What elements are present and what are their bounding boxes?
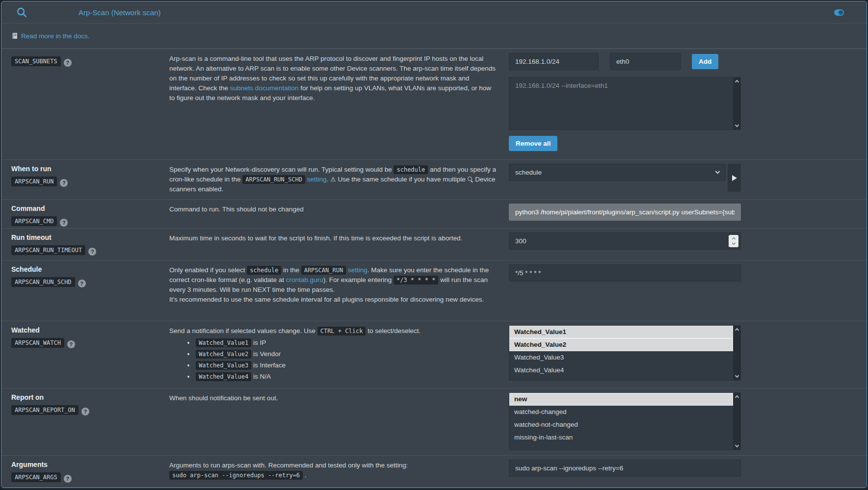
setting-title: Arguments [11, 461, 169, 468]
inline-code: schedule [247, 266, 281, 275]
help-icon[interactable]: ? [60, 179, 68, 187]
schedule-input[interactable] [509, 264, 741, 282]
read-docs-link[interactable]: Read more in the docs. [21, 32, 90, 40]
scroll-down-icon[interactable] [735, 374, 738, 378]
setting-row-report-on: Report on ARPSCAN_REPORT_ON? When should… [1, 388, 867, 455]
inline-link[interactable]: setting [348, 266, 368, 274]
setting-row-watched: Watched ARPSCAN_WATCH? Send a notificati… [1, 321, 867, 388]
run-now-button[interactable] [728, 164, 741, 192]
setting-title: Report on [11, 393, 169, 401]
add-button[interactable]: Add [692, 54, 718, 69]
setting-control: newwatched-changedwatched-not-changedmis… [509, 388, 741, 455]
watched-multiselect: Watched_Value1Watched_Value2Watched_Valu… [509, 325, 741, 381]
setting-label: When to run ARPSCAN_RUN? [11, 160, 169, 187]
scroll-up-icon[interactable] [735, 328, 738, 332]
scroll-down-icon[interactable] [735, 123, 738, 127]
scroll-down-icon[interactable] [735, 443, 738, 447]
setting-row-arguments: Arguments ARPSCAN_ARGS? Arguments to run… [1, 455, 867, 487]
setting-row-command: Command ARPSCAN_CMD? Command to run. Thi… [1, 199, 867, 228]
help-icon[interactable]: ? [67, 340, 75, 348]
inline-code: sudo arp-scan --ignoredups --retry=6 [169, 471, 303, 480]
run-select-value: schedule [515, 169, 542, 176]
run-select[interactable]: schedule [509, 164, 726, 181]
help-icon[interactable]: ? [78, 280, 86, 287]
subnet-input[interactable] [509, 53, 599, 70]
scrollbar[interactable] [733, 393, 740, 450]
command-input [509, 204, 741, 221]
spinner-up-icon[interactable] [732, 237, 735, 241]
setting-key-badge: ARPSCAN_RUN_TIMEOUT [11, 245, 85, 255]
inline-code: Watched_Value2 [196, 350, 251, 359]
help-icon[interactable]: ? [64, 475, 72, 483]
setting-key-badge: ARPSCAN_RUN [11, 177, 57, 186]
setting-title: Watched [11, 326, 169, 334]
panel-footer [1, 487, 867, 488]
setting-label: Watched ARPSCAN_WATCH? [11, 321, 169, 348]
watched-value-bullet: Watched_Value1 is IP [195, 338, 497, 348]
magnifier-inline-icon [468, 177, 473, 182]
setting-row-scan-subnets: SCAN_SUBNETS? Arp-scan is a command-line… [1, 49, 867, 159]
option-Watched_Value2[interactable]: Watched_Value2 [509, 338, 733, 351]
interface-input[interactable] [610, 53, 681, 70]
setting-control: Add 192.168.1.0/24 --interface=eth1 Remo… [509, 49, 741, 156]
remove-all-button[interactable]: Remove all [509, 136, 557, 151]
setting-description: Send a notification if selected values c… [169, 321, 509, 388]
setting-description: Maximum time in seconds to wait for the … [169, 229, 509, 248]
setting-description: Arp-scan is a command-line tool that use… [169, 49, 509, 108]
option-Watched_Value4[interactable]: Watched_Value4 [509, 364, 733, 377]
scrollbar[interactable] [733, 77, 740, 129]
setting-key-badge: ARPSCAN_ARGS [11, 472, 61, 482]
scroll-up-icon[interactable] [735, 395, 738, 399]
inline-link[interactable]: setting [307, 176, 327, 183]
setting-control: Watched_Value1Watched_Value2Watched_Valu… [509, 321, 741, 386]
setting-key-badge: ARPSCAN_RUN_SCHD [11, 277, 75, 287]
timeout-input-wrap [509, 232, 741, 250]
setting-key-badge: ARPSCAN_WATCH [11, 338, 64, 348]
setting-label: SCAN_SUBNETS? [11, 49, 169, 67]
scroll-up-icon[interactable] [735, 80, 738, 84]
setting-description: When should notification be sent out. [169, 388, 509, 408]
setting-label: Arguments ARPSCAN_ARGS? [11, 456, 169, 483]
spinner-down-icon[interactable] [732, 241, 735, 245]
warning-icon: ⚠ [330, 176, 336, 183]
option-Watched_Value1[interactable]: Watched_Value1 [509, 326, 733, 338]
setting-control [509, 456, 741, 482]
subnet-list-item[interactable]: 192.168.1.0/24 --interface=eth1 [509, 77, 733, 94]
setting-description: Arguments to run arps-scan with. Recomme… [169, 456, 509, 485]
setting-row-run-timeout: Run timeout ARPSCAN_RUN_TIMEOUT? Maximum… [1, 228, 867, 260]
panel-collapse-toggle[interactable] [834, 9, 844, 16]
help-icon[interactable]: ? [88, 248, 96, 256]
setting-description: Command to run. This should not be chang… [169, 200, 509, 219]
number-spinner[interactable] [729, 235, 738, 247]
inline-code: ARPSCAN_RUN [301, 266, 346, 275]
scrollbar[interactable] [733, 326, 740, 380]
inline-link[interactable]: crontab.guru [286, 276, 323, 284]
run-select-row: schedule [509, 164, 741, 192]
help-icon[interactable]: ? [81, 408, 89, 415]
inline-link[interactable]: subnets documentation [230, 84, 299, 92]
watched-value-bullet: Watched_Value4 is N/A [195, 372, 497, 382]
chevron-down-icon [715, 169, 720, 174]
setting-key-badge: ARPSCAN_CMD [11, 216, 57, 226]
setting-title: Run timeout [11, 233, 169, 241]
setting-label: Run timeout ARPSCAN_RUN_TIMEOUT? [11, 229, 169, 256]
setting-title: Schedule [11, 265, 169, 273]
setting-control [509, 260, 741, 286]
play-icon [732, 175, 737, 181]
toggle-knob [839, 10, 843, 15]
help-icon[interactable]: ? [60, 219, 68, 227]
arguments-input[interactable] [509, 460, 741, 477]
option-watched-changed[interactable]: watched-changed [509, 406, 733, 418]
search-icon[interactable] [16, 7, 27, 18]
inline-code: CTRL + Click [317, 327, 366, 335]
subnet-input-row: Add [509, 53, 741, 70]
option-missing-in-last-scan[interactable]: missing-in-last-scan [509, 431, 733, 444]
setting-control [509, 200, 741, 226]
panel-header: Arp-Scan (Network scan) [1, 1, 867, 24]
option-Watched_Value3[interactable]: Watched_Value3 [509, 351, 733, 364]
watched-value-bullet: Watched_Value2 is Vendor [195, 349, 497, 359]
timeout-input[interactable] [509, 232, 741, 250]
option-watched-not-changed[interactable]: watched-not-changed [509, 418, 733, 431]
help-icon[interactable]: ? [64, 59, 72, 67]
option-new[interactable]: new [509, 393, 733, 406]
